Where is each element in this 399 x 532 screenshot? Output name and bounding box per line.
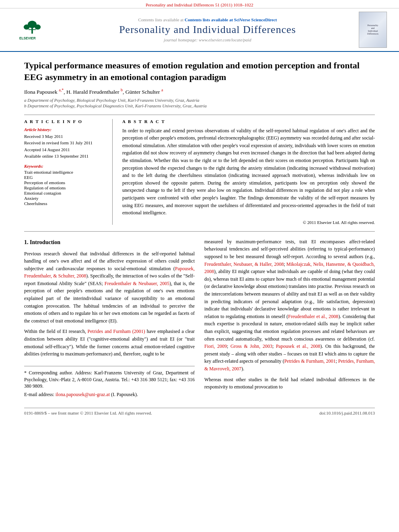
accepted-date: Accepted 14 August 2011 (24, 146, 106, 153)
abstract-heading: A B S T R A C T (122, 119, 375, 124)
affiliation-b: b Department of Psychology, Psychologica… (24, 103, 375, 108)
body-col-left: 1. Introduction Previous research showed… (24, 238, 195, 400)
keyword-4: Regulation of emotions (24, 185, 106, 190)
affiliations: a Department of Psychology, Biological P… (24, 98, 375, 108)
publisher-logo-area: ELSEVIER (8, 19, 56, 41)
contents-label: Contents lists available at (138, 17, 185, 22)
elsevier-logo: ELSEVIER (14, 19, 50, 41)
history-label: Article history: (24, 127, 106, 132)
abstract-text: In order to replicate and extend previou… (122, 127, 375, 217)
journal-thumbnail: PersonalityandIndividualDifferences (359, 12, 387, 48)
received-date: Received 3 May 2011 (24, 133, 106, 140)
journal-header: ELSEVIER Contents lists available at Con… (0, 8, 399, 52)
article-info-heading: A R T I C L E I N F O (24, 119, 106, 124)
svg-rect-5 (29, 29, 36, 30)
abstract-panel: A B S T R A C T In order to replicate an… (122, 119, 375, 225)
keyword-3: Perception of emotions (24, 180, 106, 185)
article-info-panel: A R T I C L E I N F O Article history: R… (24, 119, 113, 225)
available-online-date: Available online 13 September 2011 (24, 153, 106, 160)
keyword-7: Cheerfulness (24, 201, 106, 206)
history-section: Article history: Received 3 May 2011 Rec… (24, 127, 106, 160)
body-para-3: measured by maximum-performance tests, t… (204, 238, 375, 373)
affiliation-a: a Department of Psychology, Biological P… (24, 98, 375, 103)
section-divider (24, 231, 375, 232)
journal-thumbnail-area: PersonalityandIndividualDifferences (359, 12, 391, 48)
footnote-area: * Corresponding author. Address: Karl-Fr… (24, 366, 195, 398)
footnote-email: E-mail address: ilona.papousek@uni-graz.… (24, 391, 195, 398)
page-content: Typical performance measures of emotion … (0, 52, 399, 426)
ref-freudenthaler2005[interactable]: Freudenthaler & Neubauer, 2005 (105, 281, 169, 286)
article-title: Typical performance measures of emotion … (24, 60, 375, 83)
journal-citation: Personality and Individual Differences 5… (0, 0, 399, 8)
ref-fiori2009[interactable]: Fiori, 2009 (204, 343, 227, 349)
svg-point-3 (35, 24, 41, 29)
journal-title: Personality and Individual Differences (60, 24, 355, 36)
thumbnail-image: PersonalityandIndividualDifferences (359, 12, 387, 47)
keywords-label: Keywords: (24, 164, 106, 168)
ref-petrides2001b[interactable]: Petrides & Furnham, 2001 (284, 358, 336, 364)
email-author: (I. Papousek). (110, 392, 138, 397)
ref-papousek2008b[interactable]: Papousek et al., 2008 (276, 343, 320, 349)
ref-papousek2008[interactable]: Papousek, Freudenthaler, & Schulter, 200… (24, 266, 195, 279)
ref-petrides2001a[interactable]: Petrides and Furnham (2001) (88, 329, 145, 334)
ref-freudenthaler2008[interactable]: Freudenthaler, Neubauer, & Haller, 2008 (204, 261, 284, 267)
info-abstract-section: A R T I C L E I N F O Article history: R… (24, 115, 375, 225)
keyword-5: Emotional contagion (24, 191, 106, 195)
citation-text: Personality and Individual Differences 5… (146, 2, 253, 7)
keyword-6: Anxiety (24, 196, 106, 201)
issn-line: 0191-8869/$ – see front matter © 2011 El… (24, 411, 152, 415)
doi-line: doi:10.1016/j.paid.2011.08.013 (319, 411, 375, 415)
received-revised-date: Received in revised form 31 July 2011 (24, 140, 106, 146)
email-label: E-mail address: (24, 392, 56, 397)
ref-freudenthaler2008b[interactable]: Freudenthaler et al., 2008 (288, 314, 338, 319)
sciverse-link[interactable]: Contents lists available at SciVerse Sci… (185, 17, 277, 22)
footnote-corresponding: * Corresponding author. Address: Karl-Fr… (24, 370, 195, 390)
authors-line: Ilona Papousek a,*, H. Harald Freudentha… (24, 88, 375, 95)
journal-title-area: Contents lists available at Contents lis… (56, 17, 359, 42)
section-1-title: 1. Introduction (24, 238, 195, 247)
svg-point-2 (24, 24, 30, 29)
body-para-1: Previous research showed that individual… (24, 250, 195, 325)
journal-homepage: journal homepage: www.elsevier.com/locat… (60, 37, 355, 42)
email-link[interactable]: ilona.papousek@uni-graz.at (56, 392, 110, 397)
keywords-list: Trait emotional intelligence EEG Percept… (24, 170, 106, 206)
bottom-bar: 0191-8869/$ – see front matter © 2011 El… (24, 408, 375, 418)
keywords-section: Keywords: Trait emotional intelligence E… (24, 164, 106, 206)
keyword-2: EEG (24, 175, 106, 180)
keyword-1: Trait emotional intelligence (24, 170, 106, 175)
sciverse-line: Contents lists available at Contents lis… (60, 17, 355, 22)
body-para-4: Whereas most other studies in the field … (204, 376, 375, 391)
body-col-right: measured by maximum-performance tests, t… (204, 238, 375, 400)
body-para-2: Within the field of EI research, Petride… (24, 328, 195, 357)
copyright-line: © 2011 Elsevier Ltd. All rights reserved… (122, 220, 375, 225)
ref-gross2003[interactable]: Gross & John, 2003 (230, 343, 272, 349)
svg-text:ELSEVIER: ELSEVIER (19, 37, 36, 40)
body-content: 1. Introduction Previous research showed… (24, 238, 375, 400)
